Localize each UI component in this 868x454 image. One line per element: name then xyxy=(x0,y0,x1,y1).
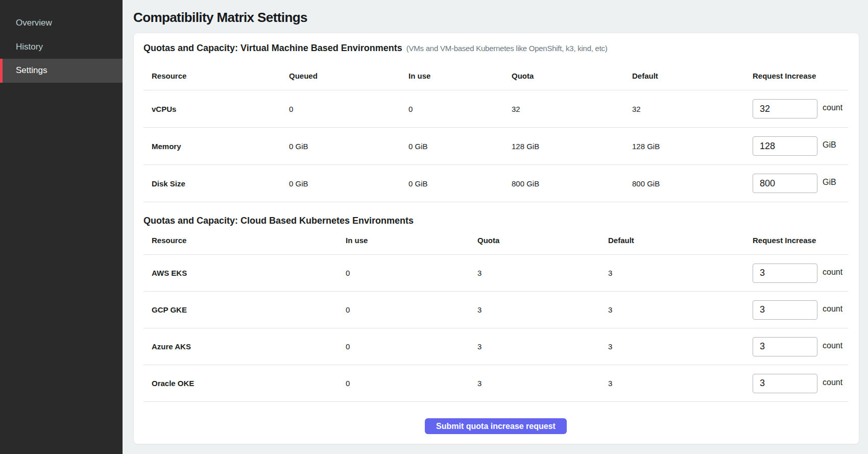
vm-section-heading-text: Quotas and Capacity: Virtual Machine Bas… xyxy=(143,43,402,53)
cloud-col-header: Resource xyxy=(143,236,346,245)
sidebar: OverviewHistorySettings xyxy=(0,0,123,454)
vm-table-row: Memory0 GiB0 GiB128 GiB128 GiBGiB xyxy=(143,128,848,165)
vm-col-header: Quota xyxy=(512,71,632,80)
sidebar-item-label: History xyxy=(16,42,43,52)
cloud-cell-resource: Oracle OKE xyxy=(143,379,346,388)
cloud-table-row: AWS EKS033count xyxy=(143,255,848,292)
page-title: Compatibility Matrix Settings xyxy=(133,10,859,26)
cloud-cell-in_use: 0 xyxy=(346,305,477,314)
cloud-quota-table: ResourceIn useQuotaDefaultRequest Increa… xyxy=(143,227,848,402)
cloud-table-row: GCP GKE033count xyxy=(143,292,848,328)
cloud-cell-default: 3 xyxy=(608,379,753,388)
vm-cell-default: 32 xyxy=(632,105,753,113)
vm-cell-queued: 0 GiB xyxy=(289,179,408,188)
vm-cell-in_use: 0 GiB xyxy=(408,179,512,188)
cloud-table-header: ResourceIn useQuotaDefaultRequest Increa… xyxy=(143,227,848,255)
vm-cell-resource: vCPUs xyxy=(143,105,289,113)
cloud-request-increase-unit: count xyxy=(823,268,842,277)
cloud-cell-request-increase: count xyxy=(753,300,848,320)
cloud-table-row: Azure AKS033count xyxy=(143,328,848,365)
submit-row: Submit quota increase request xyxy=(143,418,848,434)
vm-col-header: Resource xyxy=(143,71,289,80)
vm-request-increase-unit: count xyxy=(823,103,842,112)
vm-col-header: Default xyxy=(632,71,753,80)
vm-quota-table: ResourceQueuedIn useQuotaDefaultRequest … xyxy=(143,63,848,202)
cloud-col-header: Request Increase xyxy=(753,236,848,245)
cloud-cell-resource: GCP GKE xyxy=(143,305,346,314)
sidebar-nav: OverviewHistorySettings xyxy=(0,11,123,83)
cloud-cell-in_use: 0 xyxy=(346,342,477,351)
settings-card: Quotas and Capacity: Virtual Machine Bas… xyxy=(133,33,859,444)
cloud-section-heading: Quotas and Capacity: Cloud Based Kuberne… xyxy=(143,214,848,227)
cloud-request-increase-unit: count xyxy=(823,341,842,350)
cloud-cell-request-increase: count xyxy=(753,374,848,393)
vm-col-header: Request Increase xyxy=(753,71,848,80)
vm-table-row: vCPUs003232count xyxy=(143,90,848,128)
cloud-request-increase-input-oracle-oke[interactable] xyxy=(753,374,817,393)
cloud-col-header: Quota xyxy=(477,236,608,245)
cloud-request-increase-unit: count xyxy=(823,378,842,387)
vm-request-increase-unit: GiB xyxy=(823,140,836,150)
cloud-col-header: Default xyxy=(608,236,753,245)
vm-cell-default: 800 GiB xyxy=(632,179,753,188)
cloud-cell-quota: 3 xyxy=(477,305,608,314)
cloud-cell-in_use: 0 xyxy=(346,379,477,388)
cloud-col-header: In use xyxy=(346,236,477,245)
cloud-request-increase-input-azure-aks[interactable] xyxy=(753,337,817,356)
cloud-table-row: Oracle OKE033count xyxy=(143,365,848,402)
vm-col-header: In use xyxy=(408,71,512,80)
vm-cell-in_use: 0 xyxy=(408,105,512,113)
submit-quota-increase-button[interactable]: Submit quota increase request xyxy=(425,418,567,434)
vm-section-heading: Quotas and Capacity: Virtual Machine Bas… xyxy=(143,42,848,55)
vm-request-increase-input-memory[interactable] xyxy=(753,136,817,156)
sidebar-item-label: Overview xyxy=(16,18,52,28)
vm-cell-in_use: 0 GiB xyxy=(408,142,512,151)
vm-cell-quota: 800 GiB xyxy=(512,179,632,188)
vm-request-increase-input-disk-size[interactable] xyxy=(753,174,817,193)
sidebar-item-settings[interactable]: Settings xyxy=(0,59,123,83)
vm-cell-quota: 128 GiB xyxy=(512,142,632,151)
sidebar-item-history[interactable]: History xyxy=(0,35,123,59)
vm-cell-quota: 32 xyxy=(512,105,632,113)
vm-col-header: Queued xyxy=(289,71,408,80)
cloud-cell-quota: 3 xyxy=(477,342,608,351)
vm-cell-resource: Memory xyxy=(143,142,289,151)
cloud-cell-in_use: 0 xyxy=(346,269,477,277)
sidebar-item-label: Settings xyxy=(16,65,47,76)
cloud-cell-request-increase: count xyxy=(753,264,848,283)
cloud-request-increase-unit: count xyxy=(823,304,842,314)
cloud-cell-quota: 3 xyxy=(477,379,608,388)
cloud-cell-default: 3 xyxy=(608,342,753,351)
cloud-cell-default: 3 xyxy=(608,305,753,314)
vm-request-increase-input-vcpus[interactable] xyxy=(753,99,817,118)
vm-cell-queued: 0 GiB xyxy=(289,142,408,151)
cloud-cell-resource: Azure AKS xyxy=(143,342,346,351)
vm-table-row: Disk Size0 GiB0 GiB800 GiB800 GiBGiB xyxy=(143,165,848,202)
cloud-cell-request-increase: count xyxy=(753,337,848,356)
cloud-cell-default: 3 xyxy=(608,269,753,277)
vm-cell-request-increase: GiB xyxy=(753,136,848,156)
vm-cell-request-increase: count xyxy=(753,99,848,118)
vm-cell-resource: Disk Size xyxy=(143,179,289,188)
vm-cell-request-increase: GiB xyxy=(753,174,848,193)
vm-section-subheading: (VMs and VM-based Kubernetes like OpenSh… xyxy=(406,44,608,53)
vm-request-increase-unit: GiB xyxy=(823,178,836,187)
vm-cell-queued: 0 xyxy=(289,105,408,113)
cloud-cell-quota: 3 xyxy=(477,269,608,277)
vm-cell-default: 128 GiB xyxy=(632,142,753,151)
vm-table-header: ResourceQueuedIn useQuotaDefaultRequest … xyxy=(143,63,848,90)
cloud-request-increase-input-aws-eks[interactable] xyxy=(753,264,817,283)
main-content: Compatibility Matrix Settings Quotas and… xyxy=(123,0,868,454)
cloud-request-increase-input-gcp-gke[interactable] xyxy=(753,300,817,320)
sidebar-item-overview[interactable]: Overview xyxy=(0,11,123,35)
cloud-cell-resource: AWS EKS xyxy=(143,269,346,277)
